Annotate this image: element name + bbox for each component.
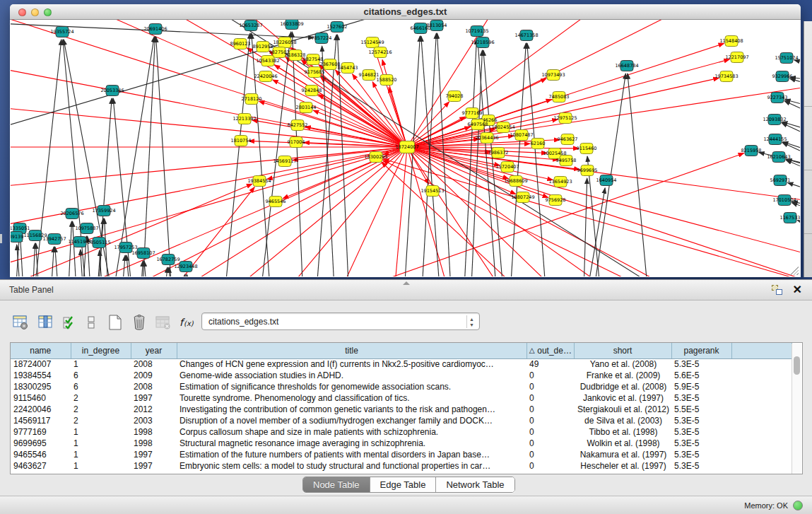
- table-cell[interactable]: 6: [71, 370, 131, 381]
- table-cell[interactable]: [731, 381, 792, 392]
- table-row[interactable]: 1872400712008Changes of HCN gene express…: [11, 358, 792, 370]
- table-cell[interactable]: 9463627: [11, 460, 71, 472]
- table-cell[interactable]: Investigating the contribution of common…: [177, 404, 526, 415]
- table-cell[interactable]: 2008: [131, 358, 177, 370]
- graph-node-15751074[interactable]: 15751074: [775, 53, 798, 64]
- window-resize-grip[interactable]: [790, 267, 799, 275]
- table-cell[interactable]: 19384554: [11, 370, 71, 381]
- graph-node-794028[interactable]: 794028: [446, 91, 464, 102]
- table-row[interactable]: 1830029562008Estimation of significance …: [11, 381, 792, 392]
- column-header-name[interactable]: name: [11, 343, 71, 358]
- graph-node-10688609[interactable]: 10688609: [504, 176, 527, 187]
- table-cell[interactable]: 5.3E-5: [671, 358, 731, 370]
- table-cell[interactable]: 1: [71, 449, 131, 460]
- table-cell[interactable]: [731, 415, 792, 426]
- table-cell[interactable]: [731, 426, 792, 438]
- graph-node-14671358[interactable]: 14671358: [514, 30, 538, 41]
- table-cell[interactable]: 0: [526, 381, 574, 392]
- table-cell[interactable]: 2009: [131, 370, 177, 381]
- function-builder-icon[interactable]: f(x): [177, 311, 198, 334]
- table-cell[interactable]: Structural magnetic resonance image aver…: [177, 438, 526, 449]
- graph-node-917004[interactable]: 917004: [288, 137, 305, 148]
- table-cell[interactable]: 5.3E-5: [671, 426, 731, 438]
- graph-node-1588520[interactable]: 1588520: [377, 75, 397, 86]
- graph-node-20053346[interactable]: 20053346: [100, 86, 124, 96]
- table-cell[interactable]: 0: [526, 438, 574, 449]
- graph-node-62160[interactable]: 62160: [531, 139, 546, 149]
- window-titlebar[interactable]: citations_edges.txt: [10, 4, 801, 20]
- table-cell[interactable]: Changes of HCN gene expression and I(f) …: [177, 358, 526, 370]
- table-cell[interactable]: 0: [526, 392, 574, 404]
- tab-edge-table[interactable]: Edge Table: [370, 477, 437, 492]
- table-row[interactable]: 1456911722003Disruption of a novel membe…: [11, 415, 792, 426]
- column-header-filler[interactable]: [731, 343, 792, 358]
- graph-node-13654923[interactable]: 13654923: [548, 177, 572, 187]
- column-header-pagerank[interactable]: pagerank: [671, 343, 731, 358]
- table-cell[interactable]: 1997: [131, 449, 177, 460]
- table-row[interactable]: 946362711997Embryonic stem cells: a mode…: [11, 460, 792, 472]
- column-header-short[interactable]: short: [574, 343, 671, 358]
- table-row[interactable]: 2242004622012Investigating the contribut…: [11, 404, 792, 415]
- table-cell[interactable]: 5.3E-5: [671, 392, 731, 404]
- table-cell[interactable]: Genome-wide association studies in ADHD.: [177, 370, 526, 381]
- graph-node-10653287[interactable]: 10653287: [239, 21, 262, 31]
- citation-network-graph[interactable]: 1872400789601238912955182260589827503105…: [11, 20, 800, 276]
- table-cell[interactable]: 9699695: [11, 438, 71, 449]
- table-cell[interactable]: 0: [526, 449, 574, 460]
- table-cell[interactable]: Dudbridge et al. (2008): [574, 381, 671, 392]
- table-cell[interactable]: 18300295: [11, 381, 71, 392]
- graph-node-12574216[interactable]: 12574216: [368, 47, 392, 58]
- table-cell[interactable]: Estimation of the future numbers of pati…: [177, 449, 526, 460]
- table-settings-icon[interactable]: [10, 311, 31, 334]
- table-cell[interactable]: 5.5E-5: [671, 404, 731, 415]
- graph-node-8454743[interactable]: 8454743: [338, 63, 358, 74]
- graph-node-1167533[interactable]: 1167533: [780, 213, 800, 223]
- splitter-handle-icon[interactable]: [403, 281, 410, 285]
- graph-node-19355724[interactable]: 19355724: [50, 27, 73, 37]
- table-cell[interactable]: Estimation of significance thresholds fo…: [177, 381, 526, 392]
- graph-node-10975887[interactable]: 10975887: [75, 223, 98, 234]
- table-row[interactable]: 1938455462009Genome-wide association stu…: [11, 370, 792, 381]
- table-header-row[interactable]: namein_degreeyeartitle△out_de…shortpager…: [11, 343, 792, 358]
- graph-node-9115460[interactable]: 9115460: [577, 144, 597, 154]
- table-cell[interactable]: Disruption of a novel member of a sodium…: [177, 415, 526, 426]
- table-cell[interactable]: 1: [71, 358, 131, 370]
- table-cell[interactable]: 9777169: [11, 426, 71, 438]
- network-graph-canvas[interactable]: 1872400789601238912955182260589827503105…: [11, 20, 800, 276]
- table-cell[interactable]: 6: [71, 381, 131, 392]
- graph-node-9756928[interactable]: 9756928: [546, 195, 566, 206]
- table-cell[interactable]: Nakamura et al. (1997): [574, 449, 671, 460]
- table-cell[interactable]: Embryonic stem cells: a model to study s…: [177, 460, 526, 472]
- select-all-rows-icon[interactable]: [59, 311, 81, 334]
- table-row[interactable]: 946554611997Estimation of the future num…: [11, 449, 792, 460]
- table-cell[interactable]: 2: [71, 404, 131, 415]
- table-cell[interactable]: Tourette syndrome. Phenomenology and cla…: [177, 392, 526, 404]
- graph-node-15124549[interactable]: 15124549: [360, 37, 384, 48]
- table-row[interactable]: 977716911998Corpus callosum shape and si…: [11, 426, 792, 438]
- table-cell[interactable]: 2012: [131, 404, 177, 415]
- table-cell[interactable]: 2: [71, 392, 131, 404]
- table-cell[interactable]: 5.9E-5: [671, 381, 731, 392]
- table-cell[interactable]: [731, 449, 792, 460]
- graph-node-7986372[interactable]: 7986372: [488, 148, 509, 158]
- table-cell[interactable]: 1: [71, 438, 131, 449]
- unselect-rows-icon[interactable]: [81, 311, 102, 334]
- table-cell[interactable]: [731, 460, 792, 472]
- table-cell[interactable]: Corpus callosum shape and size in male p…: [177, 426, 526, 438]
- table-cell[interactable]: Franke et al. (2009): [574, 370, 671, 381]
- table-cell[interactable]: [731, 392, 792, 404]
- create-table-icon[interactable]: [105, 311, 126, 334]
- table-row[interactable]: 969969511998Structural magnetic resonanc…: [11, 438, 792, 449]
- table-cell[interactable]: 5.6E-5: [671, 370, 731, 381]
- graph-node-20206576[interactable]: 20206576: [60, 209, 83, 219]
- table-cell[interactable]: [731, 438, 792, 449]
- table-cell[interactable]: 5.3E-5: [671, 449, 731, 460]
- delete-rows-icon[interactable]: [129, 311, 150, 334]
- graph-node-19734583[interactable]: 19734583: [714, 71, 738, 82]
- graph-node-10719135[interactable]: 10719135: [465, 26, 488, 37]
- graph-node-8215958[interactable]: 8215958: [741, 146, 762, 156]
- graph-node-8960123[interactable]: 8960123: [230, 39, 251, 49]
- graph-node-9463627[interactable]: 9463627: [558, 134, 578, 145]
- table-vertical-scrollbar[interactable]: [792, 344, 801, 474]
- table-cell[interactable]: 1997: [131, 392, 177, 404]
